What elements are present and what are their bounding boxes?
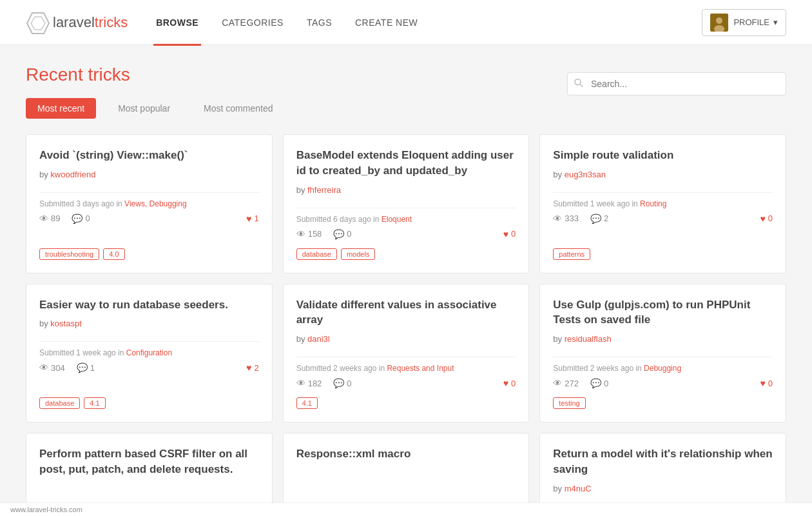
tag[interactable]: models — [341, 248, 375, 260]
card-title: Response::xml macro — [296, 446, 516, 462]
svg-marker-0 — [27, 13, 49, 34]
trick-card-1: Avoid `(string) View::make()` by kwoodfr… — [26, 134, 273, 273]
category-link[interactable]: Requests and Input — [387, 364, 454, 373]
filter-bar: Most recent Most popular Most commented — [26, 98, 786, 119]
card-title: Easier way to run database seeders. — [39, 297, 259, 313]
views-count: 272 — [565, 379, 579, 388]
trick-card-4: Easier way to run database seeders. by k… — [26, 284, 273, 423]
tag[interactable]: troubleshooting — [39, 248, 99, 260]
views-count: 304 — [51, 363, 65, 373]
card-author: by dani3l — [296, 334, 516, 344]
card-title: Avoid `(string) View::make()` — [39, 148, 259, 163]
trick-card-2: BaseModel extends Eloquent adding user i… — [283, 134, 530, 273]
heart-icon: ♥ — [760, 213, 765, 224]
views-count: 158 — [308, 229, 322, 239]
author-link[interactable]: fhferreira — [307, 185, 341, 195]
tag[interactable]: database — [39, 397, 80, 409]
author-link[interactable]: m4nuC — [565, 484, 592, 493]
card-tags: troubleshooting 4.0 — [39, 248, 259, 260]
card-tags: patterns — [553, 248, 773, 260]
card-title: Validate different values in associative… — [296, 297, 516, 328]
comment-icon: 💬 — [333, 229, 344, 239]
card-title-link[interactable]: Simple route validation — [553, 149, 673, 161]
tag[interactable]: patterns — [553, 248, 590, 260]
trick-card-6: Use Gulp (gulpjs.com) to run PHPUnit Tes… — [539, 284, 786, 423]
trick-card-8: Response::xml macro — [283, 433, 530, 513]
trick-card-9: Return a model with it's relationship wh… — [539, 433, 786, 513]
heart-icon: ♥ — [246, 362, 251, 373]
card-title-link[interactable]: Easier way to run database seeders. — [39, 299, 228, 311]
status-url: www.laravel-tricks.com — [10, 506, 82, 513]
views-stat: 👁 304 — [39, 362, 65, 373]
likes-count: 0 — [768, 213, 773, 223]
category-link[interactable]: Configuration — [126, 348, 172, 357]
likes-count: 2 — [254, 363, 258, 373]
tag[interactable]: 4.0 — [103, 248, 124, 260]
card-title-link[interactable]: Return a model with it's relationship wh… — [553, 448, 772, 475]
tag[interactable]: testing — [553, 397, 585, 409]
search-input[interactable] — [567, 72, 786, 95]
card-meta: Submitted 1 week ago in Routing — [553, 199, 773, 208]
profile-button[interactable]: PROFILE ▾ — [702, 9, 786, 36]
comments-count: 1 — [90, 363, 95, 373]
filter-most-popular[interactable]: Most popular — [106, 98, 182, 119]
card-title-link[interactable]: Avoid `(string) View::make()` — [39, 149, 188, 161]
views-stat: 👁 89 — [39, 213, 60, 224]
filter-most-recent[interactable]: Most recent — [26, 98, 96, 119]
nav-tags[interactable]: TAGS — [304, 0, 334, 45]
card-tags: database models — [296, 248, 516, 260]
comments-count: 0 — [604, 379, 608, 388]
nav-categories[interactable]: CATEGORIES — [219, 0, 286, 45]
tag[interactable]: 4.1 — [84, 397, 105, 409]
card-title: Perform pattern based CSRF filter on all… — [39, 446, 259, 477]
author-link[interactable]: kostaspt — [50, 319, 81, 328]
author-link[interactable]: dani3l — [307, 334, 330, 344]
category-link[interactable]: Views, Debugging — [124, 199, 187, 208]
svg-marker-1 — [31, 17, 45, 30]
tag[interactable]: database — [296, 248, 337, 260]
card-author: by eug3n3san — [553, 170, 773, 179]
card-stats: 👁 272 💬 0 ♥ 0 — [553, 378, 773, 388]
author-link[interactable]: kwoodfriend — [50, 170, 95, 179]
card-stats: 👁 333 💬 2 ♥ 0 — [553, 213, 773, 224]
comments-stat: 💬 0 — [590, 378, 608, 388]
comments-stat: 💬 0 — [72, 213, 90, 224]
card-title-link[interactable]: BaseModel extends Eloquent adding user i… — [296, 149, 514, 177]
comments-count: 0 — [85, 213, 90, 223]
comment-icon: 💬 — [590, 378, 601, 388]
category-link[interactable]: Debugging — [644, 364, 681, 373]
card-stats: 👁 89 💬 0 ♥ 1 — [39, 213, 259, 224]
likes-stat: ♥ 0 — [760, 213, 773, 224]
likes-stat: ♥ 2 — [246, 362, 259, 373]
heart-icon: ♥ — [503, 378, 508, 388]
logo[interactable]: laraveltricks — [26, 10, 128, 35]
card-author: by kwoodfriend — [39, 170, 259, 179]
card-author: by fhferreira — [296, 185, 516, 195]
author-link[interactable]: residualflash — [565, 334, 612, 344]
comment-icon: 💬 — [77, 362, 88, 373]
trick-card-3: Simple route validation by eug3n3san Sub… — [539, 134, 786, 273]
card-meta: Submitted 2 weeks ago in Debugging — [553, 364, 773, 373]
card-title-link[interactable]: Response::xml macro — [296, 448, 411, 460]
comments-count: 0 — [347, 229, 351, 239]
card-title: Simple route validation — [553, 148, 773, 163]
views-count: 182 — [308, 379, 322, 388]
comments-stat: 💬 2 — [590, 213, 608, 224]
filter-most-commented[interactable]: Most commented — [192, 98, 284, 119]
views-stat: 👁 158 — [296, 229, 322, 239]
views-stat: 👁 333 — [553, 213, 579, 224]
card-author: by m4nuC — [553, 484, 773, 493]
tag[interactable]: 4.1 — [296, 397, 318, 409]
likes-count: 1 — [254, 213, 258, 223]
nav-browse[interactable]: BROWSE — [153, 0, 201, 45]
card-title-link[interactable]: Validate different values in associative… — [296, 299, 497, 326]
eye-icon: 👁 — [39, 213, 48, 224]
card-title-link[interactable]: Use Gulp (gulpjs.com) to run PHPUnit Tes… — [553, 299, 750, 326]
eye-icon: 👁 — [296, 229, 305, 239]
category-link[interactable]: Routing — [640, 199, 666, 208]
nav-create-new[interactable]: CREATE NEW — [353, 0, 420, 45]
category-link[interactable]: Eloquent — [382, 215, 412, 224]
author-link[interactable]: eug3n3san — [565, 170, 606, 179]
card-title-link[interactable]: Perform pattern based CSRF filter on all… — [39, 448, 247, 475]
eye-icon: 👁 — [553, 213, 562, 224]
